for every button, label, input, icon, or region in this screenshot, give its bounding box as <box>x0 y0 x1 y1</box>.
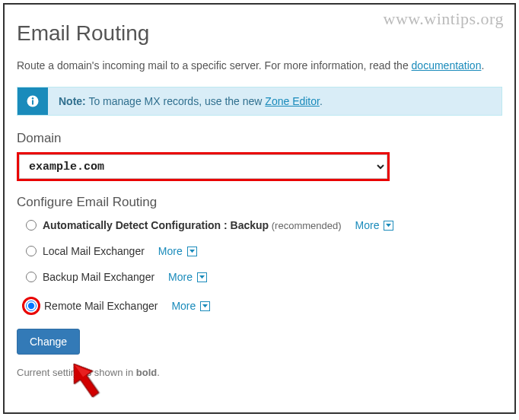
current-before: Current setting is shown in <box>17 367 136 378</box>
radio-label: Remote Mail Exchanger <box>44 300 158 312</box>
radio-label: Backup Mail Exchanger <box>43 271 154 283</box>
recommended-text: (recommended) <box>269 220 341 231</box>
more-label: More <box>171 300 196 312</box>
intro-before: Route a domain's incoming mail to a spec… <box>17 59 412 72</box>
documentation-link[interactable]: documentation <box>412 59 482 72</box>
configure-label: Configure Email Routing <box>17 195 502 210</box>
more-label: More <box>158 245 183 257</box>
note-after: . <box>320 95 323 107</box>
more-toggle[interactable]: More <box>171 300 210 312</box>
radio-highlight <box>22 297 40 315</box>
svg-rect-1 <box>32 100 33 105</box>
radio-label: Local Mail Exchanger <box>43 245 145 257</box>
more-toggle[interactable]: More <box>158 245 197 257</box>
intro-text: Route a domain's incoming mail to a spec… <box>17 59 502 72</box>
current-after: . <box>157 367 160 378</box>
domain-label: Domain <box>17 131 502 146</box>
chevron-down-icon <box>197 272 207 282</box>
current-bold: bold <box>136 367 157 378</box>
domain-select[interactable]: example.com <box>19 154 387 179</box>
routing-radio[interactable] <box>26 272 37 282</box>
change-button[interactable]: Change <box>17 329 80 355</box>
radio-label: Automatically Detect Configuration : Bac… <box>43 219 342 231</box>
info-content: Note: To manage MX records, use the new … <box>48 88 333 115</box>
more-toggle[interactable]: More <box>168 271 207 283</box>
routing-radio[interactable] <box>26 246 37 256</box>
note-before: To manage MX records, use the new <box>86 95 266 107</box>
chevron-down-icon <box>187 247 197 256</box>
info-banner: Note: To manage MX records, use the new … <box>17 87 502 116</box>
radio-row: Local Mail ExchangerMore <box>26 245 502 257</box>
info-icon <box>18 88 48 115</box>
more-toggle[interactable]: More <box>355 219 394 231</box>
radio-list: Automatically Detect Configuration : Bac… <box>17 219 502 315</box>
svg-point-2 <box>32 97 33 99</box>
chevron-down-icon <box>384 221 393 231</box>
more-label: More <box>355 219 380 231</box>
zone-editor-link[interactable]: Zone Editor <box>265 95 320 107</box>
chevron-down-icon <box>200 301 210 311</box>
radio-row: Remote Mail ExchangerMore <box>26 297 502 315</box>
radio-row: Backup Mail ExchangerMore <box>26 271 502 283</box>
watermark-text: www.wintips.org <box>384 9 504 29</box>
domain-select-highlight: example.com <box>17 152 390 181</box>
routing-radio[interactable] <box>26 220 37 231</box>
current-setting-note: Current setting is shown in bold. <box>17 367 502 378</box>
more-label: More <box>168 271 193 283</box>
radio-row: Automatically Detect Configuration : Bac… <box>26 219 502 231</box>
cursor-arrow-annotation <box>67 358 105 406</box>
intro-after: . <box>481 59 484 72</box>
note-label: Note: <box>59 95 86 107</box>
routing-radio[interactable] <box>26 301 37 311</box>
